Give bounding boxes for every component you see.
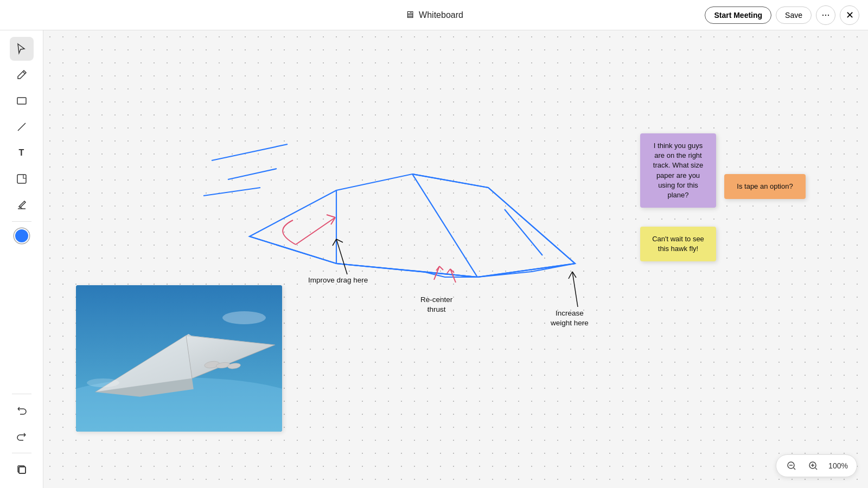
plane-image-inner bbox=[76, 285, 282, 432]
sticky-note-2-text: Is tape an option? bbox=[737, 182, 793, 190]
svg-rect-1 bbox=[17, 175, 26, 183]
text-tool-icon: T bbox=[19, 148, 24, 158]
zoom-controls: 100% bbox=[776, 454, 857, 477]
header-actions: Start Meeting Save ··· ✕ bbox=[705, 5, 859, 25]
plane-svg bbox=[76, 285, 282, 432]
zoom-level: 100% bbox=[827, 461, 849, 470]
sticky-note-2[interactable]: Is tape an option? bbox=[724, 174, 806, 199]
select-tool[interactable] bbox=[10, 37, 34, 61]
pencil-tool[interactable] bbox=[10, 63, 34, 87]
svg-rect-0 bbox=[17, 98, 26, 104]
svg-rect-3 bbox=[19, 467, 25, 473]
start-meeting-button[interactable]: Start Meeting bbox=[705, 7, 771, 24]
svg-point-15 bbox=[87, 378, 119, 387]
canvas-area[interactable]: Improve drag here Re-centerthrust Increa… bbox=[43, 30, 868, 488]
toolbar-separator-2 bbox=[12, 394, 31, 394]
toolbar-separator bbox=[12, 221, 31, 222]
close-icon: ✕ bbox=[846, 9, 854, 21]
toolbar: T bbox=[0, 30, 43, 488]
sticky-note-1[interactable]: I think you guys are on the right track.… bbox=[640, 133, 716, 208]
sticky-note-3[interactable]: Can't wait to see this hawk fly! bbox=[640, 227, 716, 261]
toolbar-bottom bbox=[10, 391, 34, 481]
svg-line-22 bbox=[815, 468, 817, 470]
sticky-note-1-text: I think you guys are on the right track.… bbox=[653, 142, 703, 199]
close-button[interactable]: ✕ bbox=[840, 5, 859, 25]
zoom-out-button[interactable] bbox=[784, 458, 799, 473]
svg-point-14 bbox=[222, 311, 266, 324]
pages-button[interactable] bbox=[10, 458, 34, 481]
undo-button[interactable] bbox=[10, 399, 34, 422]
header-title: 🖥 Whiteboard bbox=[405, 9, 463, 21]
redo-button[interactable] bbox=[10, 425, 34, 448]
plane-image bbox=[76, 285, 282, 432]
more-icon: ··· bbox=[821, 9, 829, 21]
save-button[interactable]: Save bbox=[776, 7, 812, 24]
header: 🖥 Whiteboard Start Meeting Save ··· ✕ bbox=[0, 0, 868, 30]
line-tool[interactable] bbox=[10, 115, 34, 139]
svg-line-8 bbox=[572, 272, 578, 307]
toolbar-separator-3 bbox=[12, 453, 31, 453]
whiteboard-icon: 🖥 bbox=[405, 9, 414, 21]
text-tool[interactable]: T bbox=[10, 141, 34, 165]
sticky-note-tool[interactable] bbox=[10, 167, 34, 191]
sticky-note-3-text: Can't wait to see this hawk fly! bbox=[652, 235, 704, 253]
color-picker[interactable] bbox=[14, 228, 29, 243]
eraser-tool[interactable] bbox=[10, 193, 34, 217]
page-title: Whiteboard bbox=[419, 10, 463, 20]
more-options-button[interactable]: ··· bbox=[816, 5, 835, 25]
svg-line-18 bbox=[794, 468, 795, 470]
svg-line-5 bbox=[336, 239, 347, 274]
rectangle-tool[interactable] bbox=[10, 89, 34, 113]
zoom-in-button[interactable] bbox=[806, 458, 821, 473]
